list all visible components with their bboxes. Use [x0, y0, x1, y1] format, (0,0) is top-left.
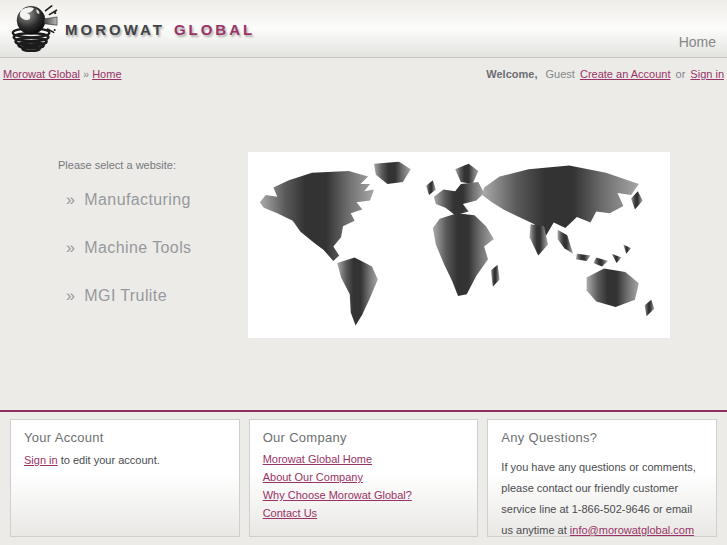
- site-header: MOROWATGLOBAL Home: [0, 0, 727, 58]
- site-link-label: Manufacturing: [84, 191, 191, 208]
- brand-name-secondary: GLOBAL: [174, 21, 255, 38]
- welcome-label: Welcome,: [486, 68, 537, 80]
- user-name: Guest: [546, 68, 575, 80]
- main-content: Please select a website: »Manufacturing …: [0, 89, 727, 410]
- site-link-label: MGI Trulite: [84, 287, 167, 304]
- breadcrumb-bar: Morowat Global»Home Welcome, Guest Creat…: [0, 58, 727, 89]
- site-selector: Please select a website: »Manufacturing …: [58, 159, 192, 335]
- world-map-image: [256, 160, 662, 330]
- support-email-link[interactable]: info@morowatglobal.com: [570, 524, 694, 536]
- footer-box-our-company: Our Company Morowat Global Home About Ou…: [249, 419, 479, 537]
- sign-in-link[interactable]: Sign in: [690, 68, 724, 80]
- morowat-global-page: { "colors": { "accent": "#993366", "foot…: [0, 0, 727, 545]
- chevron-bullet-icon: »: [66, 191, 75, 208]
- footer-box-your-account: Your Account Sign in to edit your accoun…: [10, 419, 240, 537]
- any-questions-title: Any Questions?: [501, 430, 703, 445]
- world-map-panel: [248, 152, 670, 338]
- account-sign-in-link[interactable]: Sign in: [24, 454, 58, 466]
- select-prompt: Please select a website:: [58, 159, 192, 171]
- site-link-manufacturing[interactable]: »Manufacturing: [66, 191, 192, 209]
- company-links: Morowat Global Home About Our Company Wh…: [263, 454, 465, 519]
- brand-logo[interactable]: MOROWATGLOBAL: [7, 3, 255, 55]
- chevron-bullet-icon: »: [66, 287, 75, 304]
- breadcrumb-root-link[interactable]: Morowat Global: [3, 68, 80, 80]
- company-link-home[interactable]: Morowat Global Home: [263, 454, 465, 465]
- site-link-machine-tools[interactable]: »Machine Tools: [66, 239, 192, 257]
- footer-box-any-questions: Any Questions? If you have any questions…: [487, 419, 717, 537]
- company-link-about[interactable]: About Our Company: [263, 472, 465, 483]
- create-account-link[interactable]: Create an Account: [580, 68, 671, 80]
- company-link-contact[interactable]: Contact Us: [263, 508, 465, 519]
- questions-text: If you have any questions or comments, p…: [501, 457, 703, 537]
- breadcrumb-current-link[interactable]: Home: [92, 68, 121, 80]
- our-company-title: Our Company: [263, 430, 465, 445]
- breadcrumb: Morowat Global»Home: [3, 68, 122, 80]
- site-link-label: Machine Tools: [84, 239, 191, 256]
- account-text: to edit your account.: [58, 454, 160, 466]
- brand-name-primary: MOROWAT: [65, 21, 165, 38]
- breadcrumb-separator: »: [83, 68, 89, 80]
- top-nav: Home: [679, 33, 716, 51]
- globe-logo-icon: [7, 3, 59, 55]
- site-link-mgi-trulite[interactable]: »MGI Trulite: [66, 287, 192, 305]
- or-label: or: [676, 68, 686, 80]
- footer: Your Account Sign in to edit your accoun…: [0, 412, 727, 537]
- chevron-bullet-icon: »: [66, 239, 75, 256]
- your-account-title: Your Account: [24, 430, 226, 445]
- nav-home-link[interactable]: Home: [679, 34, 716, 50]
- company-link-why-choose[interactable]: Why Choose Morowat Global?: [263, 490, 465, 501]
- brand-wordmark: MOROWATGLOBAL: [65, 21, 255, 38]
- user-bar: Welcome, Guest Create an Account or Sign…: [486, 68, 724, 80]
